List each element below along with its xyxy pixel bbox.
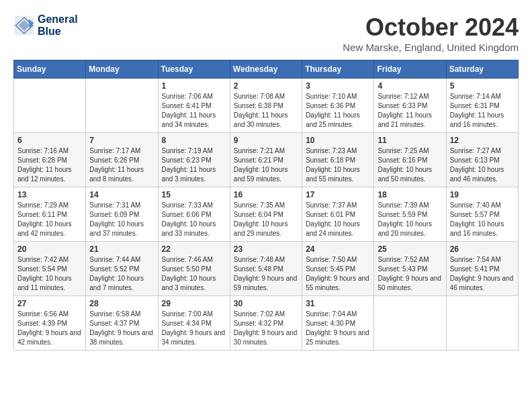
logo-icon [13, 15, 35, 36]
day-detail: Sunrise: 7:54 AMSunset: 5:41 PMDaylight:… [450, 255, 515, 293]
calendar-week-row: 20 Sunrise: 7:42 AMSunset: 5:54 PMDaylig… [14, 242, 519, 296]
day-detail: Sunrise: 7:27 AMSunset: 6:13 PMDaylight:… [450, 146, 515, 184]
calendar-cell: 12 Sunrise: 7:27 AMSunset: 6:13 PMDaylig… [446, 133, 518, 187]
day-detail: Sunrise: 7:50 AMSunset: 5:45 PMDaylight:… [306, 255, 370, 293]
day-detail: Sunrise: 7:16 AMSunset: 6:28 PMDaylight:… [17, 146, 82, 184]
calendar-day-header: Monday [86, 60, 158, 79]
calendar-cell: 7 Sunrise: 7:17 AMSunset: 6:26 PMDayligh… [86, 133, 158, 187]
day-number: 20 [17, 244, 82, 254]
day-number: 10 [306, 136, 370, 145]
location: New Marske, England, United Kingdom [343, 42, 519, 53]
calendar-cell: 24 Sunrise: 7:50 AMSunset: 5:45 PMDaylig… [302, 242, 374, 296]
day-detail: Sunrise: 7:00 AMSunset: 4:34 PMDaylight:… [162, 310, 226, 347]
day-detail: Sunrise: 7:31 AMSunset: 6:09 PMDaylight:… [89, 201, 154, 238]
calendar-cell: 11 Sunrise: 7:25 AMSunset: 6:16 PMDaylig… [374, 133, 446, 187]
day-detail: Sunrise: 7:02 AMSunset: 4:32 PMDaylight:… [234, 310, 298, 347]
day-detail: Sunrise: 6:58 AMSunset: 4:37 PMDaylight:… [89, 310, 154, 347]
calendar-cell: 16 Sunrise: 7:35 AMSunset: 6:04 PMDaylig… [230, 187, 302, 242]
day-number: 24 [306, 244, 370, 254]
day-number: 25 [378, 244, 442, 254]
logo-text: GeneralBlue [38, 13, 78, 37]
calendar-day-header: Wednesday [230, 60, 302, 79]
day-detail: Sunrise: 7:40 AMSunset: 5:57 PMDaylight:… [450, 201, 515, 238]
day-number: 16 [234, 190, 298, 199]
month-title: October 2024 [343, 13, 519, 42]
day-number: 27 [17, 299, 82, 308]
day-number: 13 [17, 190, 82, 199]
calendar-cell [374, 296, 446, 351]
day-number: 2 [234, 81, 298, 91]
calendar-table: SundayMondayTuesdayWednesdayThursdayFrid… [13, 60, 519, 351]
day-detail: Sunrise: 7:52 AMSunset: 5:43 PMDaylight:… [378, 255, 442, 293]
day-detail: Sunrise: 7:44 AMSunset: 5:52 PMDaylight:… [89, 255, 154, 293]
calendar-day-header: Tuesday [158, 60, 230, 79]
calendar-cell: 5 Sunrise: 7:14 AMSunset: 6:31 PMDayligh… [446, 79, 518, 133]
day-number: 21 [89, 244, 154, 254]
calendar-cell: 21 Sunrise: 7:44 AMSunset: 5:52 PMDaylig… [86, 242, 158, 296]
calendar-cell: 26 Sunrise: 7:54 AMSunset: 5:41 PMDaylig… [446, 242, 518, 296]
day-number: 9 [234, 136, 298, 145]
day-number: 12 [450, 136, 515, 145]
calendar-cell: 28 Sunrise: 6:58 AMSunset: 4:37 PMDaylig… [86, 296, 158, 351]
day-detail: Sunrise: 7:12 AMSunset: 6:33 PMDaylight:… [378, 92, 442, 130]
day-detail: Sunrise: 7:35 AMSunset: 6:04 PMDaylight:… [234, 201, 298, 238]
calendar-cell [86, 79, 158, 133]
logo: GeneralBlue [13, 13, 78, 37]
day-number: 17 [306, 190, 370, 199]
day-detail: Sunrise: 7:04 AMSunset: 4:30 PMDaylight:… [306, 310, 370, 347]
day-number: 18 [378, 190, 442, 199]
day-detail: Sunrise: 7:25 AMSunset: 6:16 PMDaylight:… [378, 146, 442, 184]
day-detail: Sunrise: 7:08 AMSunset: 6:38 PMDaylight:… [234, 92, 298, 130]
calendar-day-header: Saturday [446, 60, 518, 79]
calendar-cell: 25 Sunrise: 7:52 AMSunset: 5:43 PMDaylig… [374, 242, 446, 296]
day-number: 6 [17, 136, 82, 145]
calendar-cell: 17 Sunrise: 7:37 AMSunset: 6:01 PMDaylig… [302, 187, 374, 242]
calendar-day-header: Sunday [14, 60, 86, 79]
calendar-cell [446, 296, 518, 351]
calendar-week-row: 6 Sunrise: 7:16 AMSunset: 6:28 PMDayligh… [14, 133, 519, 187]
day-detail: Sunrise: 7:33 AMSunset: 6:06 PMDaylight:… [162, 201, 226, 238]
calendar-cell: 8 Sunrise: 7:19 AMSunset: 6:23 PMDayligh… [158, 133, 230, 187]
day-number: 3 [306, 81, 370, 91]
day-number: 30 [234, 299, 298, 308]
calendar-cell: 31 Sunrise: 7:04 AMSunset: 4:30 PMDaylig… [302, 296, 374, 351]
day-number: 26 [450, 244, 515, 254]
day-number: 11 [378, 136, 442, 145]
calendar-week-row: 27 Sunrise: 6:56 AMSunset: 4:39 PMDaylig… [14, 296, 519, 351]
calendar-cell: 20 Sunrise: 7:42 AMSunset: 5:54 PMDaylig… [14, 242, 86, 296]
calendar-day-header: Thursday [302, 60, 374, 79]
calendar-header-row: SundayMondayTuesdayWednesdayThursdayFrid… [14, 60, 519, 79]
calendar-cell: 4 Sunrise: 7:12 AMSunset: 6:33 PMDayligh… [374, 79, 446, 133]
calendar-cell: 14 Sunrise: 7:31 AMSunset: 6:09 PMDaylig… [86, 187, 158, 242]
calendar-day-header: Friday [374, 60, 446, 79]
calendar-cell: 19 Sunrise: 7:40 AMSunset: 5:57 PMDaylig… [446, 187, 518, 242]
day-detail: Sunrise: 7:42 AMSunset: 5:54 PMDaylight:… [17, 255, 82, 293]
day-detail: Sunrise: 6:56 AMSunset: 4:39 PMDaylight:… [17, 310, 82, 347]
day-number: 15 [162, 190, 226, 199]
calendar-cell: 2 Sunrise: 7:08 AMSunset: 6:38 PMDayligh… [230, 79, 302, 133]
calendar-cell: 27 Sunrise: 6:56 AMSunset: 4:39 PMDaylig… [14, 296, 86, 351]
calendar-cell: 15 Sunrise: 7:33 AMSunset: 6:06 PMDaylig… [158, 187, 230, 242]
day-detail: Sunrise: 7:14 AMSunset: 6:31 PMDaylight:… [450, 92, 515, 130]
day-detail: Sunrise: 7:39 AMSunset: 5:59 PMDaylight:… [378, 201, 442, 238]
calendar-cell: 13 Sunrise: 7:29 AMSunset: 6:11 PMDaylig… [14, 187, 86, 242]
calendar-cell: 30 Sunrise: 7:02 AMSunset: 4:32 PMDaylig… [230, 296, 302, 351]
day-number: 4 [378, 81, 442, 91]
day-number: 29 [162, 299, 226, 308]
day-detail: Sunrise: 7:06 AMSunset: 6:41 PMDaylight:… [162, 92, 226, 130]
calendar-cell: 10 Sunrise: 7:23 AMSunset: 6:18 PMDaylig… [302, 133, 374, 187]
day-number: 14 [89, 190, 154, 199]
day-number: 19 [450, 190, 515, 199]
day-number: 5 [450, 81, 515, 91]
day-detail: Sunrise: 7:37 AMSunset: 6:01 PMDaylight:… [306, 201, 370, 238]
calendar-cell: 9 Sunrise: 7:21 AMSunset: 6:21 PMDayligh… [230, 133, 302, 187]
calendar-cell [14, 79, 86, 133]
day-number: 31 [306, 299, 370, 308]
calendar-cell: 29 Sunrise: 7:00 AMSunset: 4:34 PMDaylig… [158, 296, 230, 351]
day-detail: Sunrise: 7:23 AMSunset: 6:18 PMDaylight:… [306, 146, 370, 184]
day-detail: Sunrise: 7:29 AMSunset: 6:11 PMDaylight:… [17, 201, 82, 238]
page-header: GeneralBlue October 2024 New Marske, Eng… [13, 13, 519, 53]
day-number: 8 [162, 136, 226, 145]
day-detail: Sunrise: 7:48 AMSunset: 5:48 PMDaylight:… [234, 255, 298, 293]
calendar-cell: 23 Sunrise: 7:48 AMSunset: 5:48 PMDaylig… [230, 242, 302, 296]
